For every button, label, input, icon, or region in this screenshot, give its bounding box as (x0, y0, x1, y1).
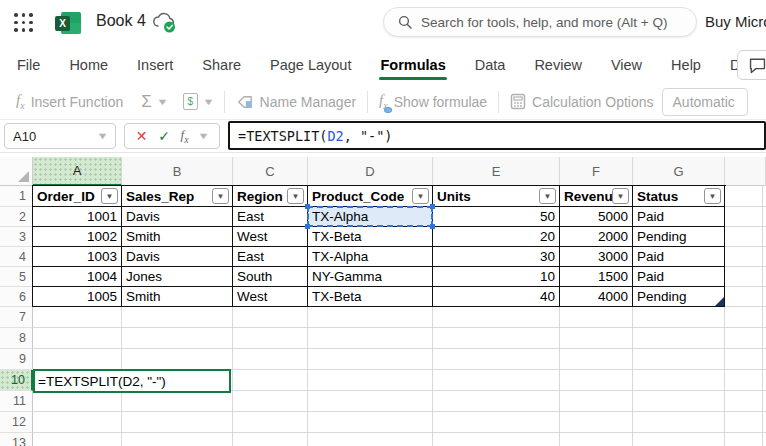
cell-G3[interactable]: Pending (633, 227, 725, 247)
tab-insert[interactable]: Insert (136, 48, 174, 82)
row-header-10[interactable]: 10 (0, 370, 33, 391)
cell-G4[interactable]: Paid (633, 247, 725, 267)
column-header-C[interactable]: C (233, 157, 308, 186)
cell-B4[interactable]: Davis (122, 247, 233, 267)
row-header-12[interactable]: 12 (0, 412, 33, 433)
cell-F4[interactable]: 3000 (560, 247, 633, 267)
cell-F5[interactable]: 1500 (560, 267, 633, 287)
row-header-1[interactable]: 1 (0, 186, 33, 207)
tab-help[interactable]: Help (670, 48, 702, 82)
column-header-E[interactable]: E (433, 157, 560, 186)
filter-dropdown-button[interactable]: ▼ (539, 188, 556, 204)
search-bar[interactable]: Search for tools, help, and more (Alt + … (383, 7, 697, 37)
column-header-A[interactable]: A (33, 157, 122, 186)
name-manager-button[interactable]: Name Manager (236, 94, 357, 110)
cell-C2[interactable]: East (233, 207, 308, 227)
show-formulae-button[interactable]: fx Show formulae (379, 92, 487, 111)
filter-dropdown-button[interactable]: ▼ (612, 188, 629, 204)
tab-home[interactable]: Home (68, 48, 109, 82)
formula-bar-input[interactable]: =TEXTSPLIT(D2, "-") (228, 121, 766, 150)
tab-review[interactable]: Review (533, 48, 583, 82)
cell-B6[interactable]: Smith (122, 287, 233, 307)
cell-C4[interactable]: East (233, 247, 308, 267)
cell-F2[interactable]: 5000 (560, 207, 633, 227)
cell-E4[interactable]: 30 (433, 247, 560, 267)
cell-E3[interactable]: 20 (433, 227, 560, 247)
column-header-B[interactable]: B (122, 157, 233, 186)
cell-F1[interactable]: Revenue▼ (560, 186, 633, 207)
tab-page-layout[interactable]: Page Layout (269, 48, 352, 82)
filter-dropdown-button[interactable]: ▼ (287, 188, 304, 204)
cell-C3[interactable]: West (233, 227, 308, 247)
select-all-corner[interactable] (0, 157, 33, 186)
row-header-9[interactable]: 9 (0, 349, 33, 370)
row-header-7[interactable]: 7 (0, 307, 33, 328)
row-header-13[interactable]: 13 (0, 433, 33, 446)
cell-B2[interactable]: Davis (122, 207, 233, 227)
comments-button[interactable] (737, 50, 766, 80)
row-header-11[interactable]: 11 (0, 391, 33, 412)
active-cell-editor[interactable]: =TEXTSPLIT(D2, "-") (33, 369, 231, 393)
workbook-title[interactable]: Book 4 (96, 12, 146, 30)
cell-D6[interactable]: TX-Beta (308, 287, 433, 307)
name-box[interactable]: A10 ▼ (4, 123, 116, 149)
cell-G1[interactable]: Status▼ (633, 186, 725, 207)
filter-dropdown-button[interactable]: ▼ (101, 188, 118, 204)
cloud-saved-icon[interactable] (152, 12, 178, 34)
cell-D1[interactable]: Product_Code▼ (308, 186, 433, 207)
tab-view[interactable]: View (610, 48, 643, 82)
cell-C1[interactable]: Region▼ (233, 186, 308, 207)
row-header-2[interactable]: 2 (0, 207, 33, 227)
cancel-entry-button[interactable]: ✕ (136, 128, 148, 144)
column-header-G[interactable]: G (633, 157, 725, 186)
row-header-5[interactable]: 5 (0, 267, 33, 287)
insert-function-button[interactable]: fx Insert Function (16, 92, 123, 111)
cell-D3[interactable]: TX-Beta (308, 227, 433, 247)
cell-D4[interactable]: TX-Alpha (308, 247, 433, 267)
filter-dropdown-button[interactable]: ▼ (704, 188, 721, 204)
cell-D5[interactable]: NY-Gamma (308, 267, 433, 287)
cell-B5[interactable]: Jones (122, 267, 233, 287)
financial-functions-button[interactable]: $ ▼ (183, 93, 213, 110)
cell-G2[interactable]: Paid (633, 207, 725, 227)
cell-A5[interactable]: 1004 (33, 267, 122, 287)
cell-E1[interactable]: Units▼ (433, 186, 560, 207)
row-header-8[interactable]: 8 (0, 328, 33, 349)
commit-entry-button[interactable]: ✓ (158, 128, 170, 144)
cell-A2[interactable]: 1001 (33, 207, 122, 227)
insert-function-icon[interactable]: fx (181, 127, 189, 145)
cell-A4[interactable]: 1003 (33, 247, 122, 267)
app-launcher-icon[interactable] (14, 13, 34, 33)
chevron-down-icon: ▼ (156, 97, 168, 107)
cell-B3[interactable]: Smith (122, 227, 233, 247)
table-resize-handle[interactable] (715, 297, 724, 306)
row-header-6[interactable]: 6 (0, 287, 33, 307)
cell-A1[interactable]: Order_ID▼ (33, 186, 122, 207)
cell-A3[interactable]: 1002 (33, 227, 122, 247)
column-header-F[interactable]: F (560, 157, 633, 186)
cell-F3[interactable]: 2000 (560, 227, 633, 247)
tab-data[interactable]: Data (474, 48, 507, 82)
filter-dropdown-button[interactable]: ▼ (412, 188, 429, 204)
cell-C6[interactable]: West (233, 287, 308, 307)
cell-E2[interactable]: 50 (433, 207, 560, 227)
cell-G5[interactable]: Paid (633, 267, 725, 287)
cell-E5[interactable]: 10 (433, 267, 560, 287)
tab-share[interactable]: Share (201, 48, 242, 82)
calculation-options-button[interactable]: Calculation Options (510, 93, 653, 110)
calculation-mode-select[interactable]: Automatic (662, 88, 748, 116)
filter-dropdown-button[interactable]: ▼ (212, 188, 229, 204)
cell-G6[interactable]: Pending (633, 287, 725, 307)
cell-C5[interactable]: South (233, 267, 308, 287)
tab-formulas[interactable]: Formulas (379, 48, 446, 82)
cell-B1[interactable]: Sales_Rep▼ (122, 186, 233, 207)
cell-A6[interactable]: 1005 (33, 287, 122, 307)
tab-file[interactable]: File (16, 48, 41, 82)
buy-microsoft-link[interactable]: Buy Microso (705, 13, 766, 30)
row-header-3[interactable]: 3 (0, 227, 33, 247)
autosum-button[interactable]: Σ ▼ (141, 92, 166, 112)
column-header-D[interactable]: D (308, 157, 433, 186)
cell-F6[interactable]: 4000 (560, 287, 633, 307)
row-header-4[interactable]: 4 (0, 247, 33, 267)
cell-E6[interactable]: 40 (433, 287, 560, 307)
